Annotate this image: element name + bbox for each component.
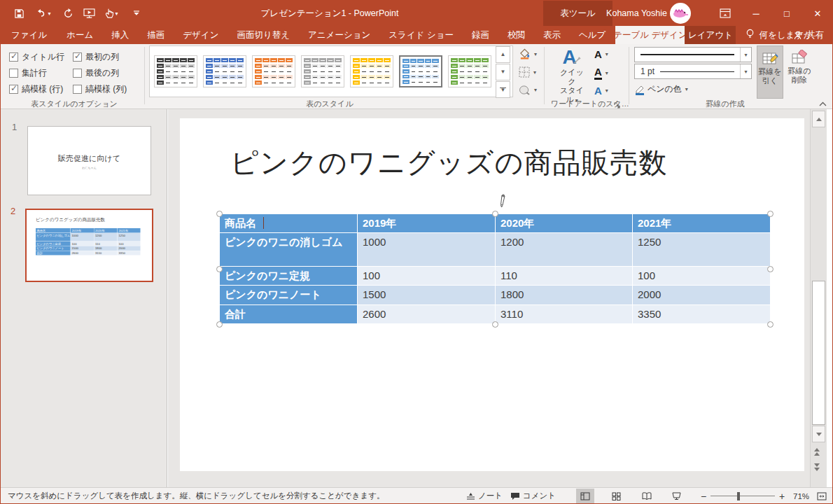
- zoom-level[interactable]: 71%: [793, 488, 809, 504]
- checkbox-total-row[interactable]: 集計行: [9, 67, 47, 79]
- table-cell[interactable]: 1500: [358, 286, 496, 305]
- gallery-more-button[interactable]: ▼: [496, 81, 510, 98]
- gallery-scroll-down-button[interactable]: ▼: [496, 64, 510, 80]
- table-cell[interactable]: 1250: [633, 233, 771, 267]
- save-icon[interactable]: [10, 6, 27, 20]
- notes-button[interactable]: ノート: [466, 488, 503, 504]
- checkbox-first-column[interactable]: 最初の列: [73, 51, 119, 63]
- table-cell[interactable]: 1800: [496, 286, 633, 305]
- table-cell[interactable]: 3350: [633, 305, 771, 324]
- fit-slide-to-window-button[interactable]: [813, 489, 831, 503]
- table-header-cell[interactable]: 商品名: [220, 214, 358, 233]
- tab-home[interactable]: ホーム: [57, 26, 102, 44]
- zoom-in-button[interactable]: +: [779, 488, 785, 504]
- text-outline-button[interactable]: A: [594, 66, 608, 80]
- collapse-ribbon-icon[interactable]: [819, 100, 827, 108]
- slide-sorter-view-button[interactable]: [607, 489, 625, 503]
- table-style-medium-style-orange[interactable]: [252, 55, 295, 88]
- table-cell[interactable]: ピンクのワニ定規: [220, 267, 358, 286]
- ribbon-display-options-icon[interactable]: [713, 1, 737, 26]
- customize-qat-icon[interactable]: [128, 6, 145, 20]
- tab-transitions[interactable]: 画面切り替え: [227, 26, 299, 44]
- table-cell[interactable]: 1200: [496, 233, 633, 267]
- scrollbar-thumb[interactable]: [812, 281, 825, 425]
- scroll-down-button[interactable]: [812, 426, 825, 442]
- start-slideshow-icon[interactable]: [80, 6, 97, 20]
- checkbox-header-row[interactable]: タイトル行: [9, 51, 64, 63]
- tab-help[interactable]: ヘルプ: [570, 26, 615, 44]
- effects-button[interactable]: [519, 85, 537, 95]
- table-header-cell[interactable]: 2021年: [633, 214, 771, 233]
- tab-slideshow[interactable]: スライド ショー: [379, 26, 463, 44]
- borders-button[interactable]: [519, 66, 536, 78]
- avatar[interactable]: [670, 3, 691, 24]
- share-button[interactable]: 共有: [794, 26, 824, 44]
- maximize-button[interactable]: □: [775, 1, 799, 26]
- slide-thumbnail-1[interactable]: 販売促進に向けて わにちゃん: [27, 126, 151, 195]
- table-style-medium-style-blue-dark[interactable]: [203, 55, 246, 88]
- text-fill-button[interactable]: A: [594, 48, 608, 60]
- table-cell[interactable]: 100: [633, 267, 771, 286]
- table-cell[interactable]: 2000: [633, 286, 771, 305]
- selection-handle[interactable]: [216, 211, 223, 217]
- table-cell[interactable]: 2600: [358, 305, 496, 324]
- tab-draw[interactable]: 描画: [138, 26, 174, 44]
- text-effects-button[interactable]: A: [594, 85, 608, 97]
- table-style-dark-style-black[interactable]: [154, 55, 197, 88]
- selection-handle[interactable]: [492, 321, 498, 328]
- tab-table-design[interactable]: テーブル デザイン: [615, 26, 685, 44]
- pen-color-button[interactable]: ペンの色: [634, 83, 688, 95]
- selection-handle[interactable]: [216, 321, 223, 328]
- tab-review[interactable]: 校閲: [498, 26, 534, 44]
- slide-table[interactable]: 商品名 2019年 2020年 2021年 ピンクのワニの消しゴム 1000 1…: [220, 214, 771, 324]
- selection-handle[interactable]: [767, 211, 774, 217]
- shading-button[interactable]: [519, 48, 537, 59]
- tab-insert[interactable]: 挿入: [102, 26, 138, 44]
- undo-button[interactable]: ▾: [31, 6, 55, 20]
- tab-animations[interactable]: アニメーション: [299, 26, 379, 44]
- table-cell[interactable]: 100: [358, 267, 496, 286]
- eraser-button[interactable]: 罫線の削除: [785, 46, 814, 99]
- tab-design[interactable]: デザイン: [174, 26, 227, 44]
- gallery-scroll-up-button[interactable]: ▲: [496, 46, 510, 63]
- selection-handle[interactable]: [767, 266, 774, 272]
- table-cell[interactable]: ピンクのワニノート: [220, 286, 358, 305]
- close-button[interactable]: ✕: [806, 1, 830, 26]
- checkbox-banded-rows[interactable]: 縞模様 (行): [9, 83, 63, 95]
- comments-button[interactable]: コメント: [510, 488, 556, 504]
- slideshow-view-button[interactable]: [667, 489, 685, 503]
- tab-layout[interactable]: レイアウト: [685, 26, 736, 44]
- vertical-scrollbar[interactable]: [810, 109, 827, 487]
- table-style-medium-style-gold[interactable]: [350, 55, 393, 88]
- table-cell[interactable]: 1000: [358, 233, 496, 267]
- tab-record[interactable]: 録画: [463, 26, 498, 44]
- table-style-medium-style-gray[interactable]: [301, 55, 344, 88]
- zoom-slider-thumb[interactable]: [737, 492, 740, 500]
- table-style-medium-style-blue[interactable]: [399, 55, 442, 88]
- reading-view-button[interactable]: [638, 489, 656, 503]
- minimize-button[interactable]: ─: [744, 1, 768, 26]
- table-header-cell[interactable]: 2020年: [496, 214, 633, 233]
- previous-slide-button[interactable]: [814, 448, 820, 456]
- table-cell[interactable]: 3110: [496, 305, 633, 324]
- table-style-medium-style-green[interactable]: [448, 55, 491, 88]
- table-header-cell[interactable]: 2019年: [358, 214, 496, 233]
- selection-handle[interactable]: [492, 211, 498, 217]
- touch-mode-button[interactable]: ▾: [99, 6, 124, 20]
- user-name[interactable]: Kohama Yoshie: [597, 1, 667, 26]
- draw-table-button[interactable]: 罫線を引く: [757, 46, 783, 99]
- selection-handle[interactable]: [767, 321, 774, 328]
- tab-file[interactable]: ファイル: [1, 26, 57, 44]
- quick-styles-button[interactable]: A クイックスタイル: [558, 47, 586, 105]
- slide-thumbnail-2-selected[interactable]: ピンクのワニグッズの商品販売数 商品名2019年2020年2021年ピンクのワニ…: [25, 209, 153, 282]
- selection-handle[interactable]: [216, 266, 223, 272]
- scroll-up-button[interactable]: [812, 111, 825, 127]
- next-slide-button[interactable]: [814, 463, 820, 471]
- slide-editing-area[interactable]: ピンクのワニグッズの商品販売数 商品名 2019年 2020年 2021年 ピン…: [180, 118, 804, 471]
- normal-view-button[interactable]: [576, 489, 594, 503]
- tab-view[interactable]: 表示: [534, 26, 570, 44]
- slide-title-text[interactable]: ピンクのワニグッズの商品販売数: [230, 144, 762, 182]
- table-cell[interactable]: 合計: [220, 305, 358, 324]
- pen-style-dropdown[interactable]: ▾: [634, 47, 752, 62]
- checkbox-banded-cols[interactable]: 縞模様 (列): [73, 83, 127, 95]
